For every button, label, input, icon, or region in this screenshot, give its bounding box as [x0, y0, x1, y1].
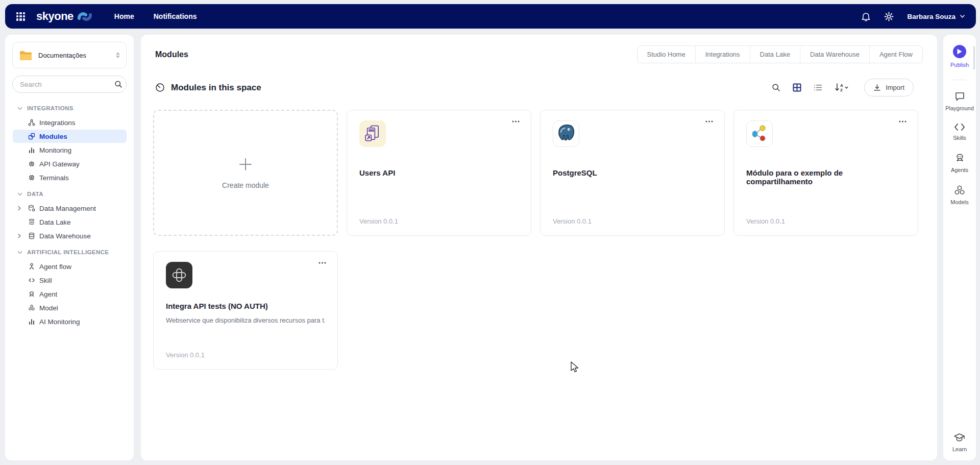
integrations-icon [28, 119, 36, 126]
space-dial-icon [155, 83, 165, 92]
svg-text:Z: Z [840, 88, 843, 92]
search-icon[interactable] [114, 80, 122, 88]
rail-item-agents[interactable]: Agents [951, 153, 968, 173]
rail-item-playground[interactable]: Playground [945, 91, 974, 111]
module-version: Version 0.0.1 [359, 217, 519, 225]
selector-arrows-icon [116, 52, 120, 58]
playground-chat-icon [954, 91, 965, 102]
rail-item-models[interactable]: Models [950, 185, 968, 205]
chevron-right-icon [17, 233, 24, 238]
module-description: Webservice que disponibiliza diversos re… [166, 316, 325, 324]
tab-agent-flow[interactable]: Agent Flow [869, 46, 922, 63]
agent-flow-icon [28, 263, 36, 270]
sidebar-item-data-lake[interactable]: Data Lake [13, 215, 127, 229]
left-sidebar: Documentações INTEGRATIONS Integrations [5, 35, 134, 460]
nav-link-notifications[interactable]: Notifications [154, 12, 197, 20]
users-api-module-icon [359, 120, 386, 147]
top-nav-links: Home Notifications [114, 12, 197, 20]
data-management-icon [28, 205, 36, 212]
nav-link-home[interactable]: Home [114, 12, 134, 20]
user-menu[interactable]: Barbara Souza [907, 13, 965, 20]
sidebar-item-monitoring[interactable]: Monitoring [13, 143, 127, 157]
workspace-name: Documentações [38, 52, 110, 59]
modules-icon [28, 133, 36, 140]
main-content: Modules Studio Home Integrations Data La… [141, 35, 937, 460]
section-header-data[interactable]: DATA [5, 187, 134, 201]
workspace-selector[interactable]: Documentações [12, 42, 127, 68]
sidebar-item-model[interactable]: Model [13, 301, 127, 314]
module-title: PostgreSQL [553, 168, 712, 177]
module-card-grid: Create module Users API Version 0.0.1 [141, 96, 937, 370]
sidebar-item-ai-monitoring[interactable]: AI Monitoring [13, 315, 127, 328]
more-menu-icon[interactable] [316, 260, 328, 266]
download-icon [873, 84, 881, 91]
module-card-postgresql[interactable]: PostgreSQL Version 0.0.1 [540, 110, 725, 236]
sidebar-item-api-gateway[interactable]: API Gateway [13, 157, 127, 170]
chevron-down-icon [17, 107, 22, 110]
section-header-integrations[interactable]: INTEGRATIONS [5, 101, 134, 115]
tab-studio-home[interactable]: Studio Home [638, 46, 695, 63]
sidebar-item-integrations[interactable]: Integrations [13, 116, 127, 129]
module-version: Version 0.0.1 [746, 217, 905, 225]
sidebar-item-terminals[interactable]: Terminals [13, 171, 127, 184]
more-menu-icon[interactable] [703, 118, 715, 125]
create-module-label: Create module [222, 181, 269, 189]
import-button[interactable]: Import [864, 79, 914, 96]
grid-view-icon[interactable] [793, 83, 801, 92]
app-launcher-icon[interactable] [16, 12, 25, 21]
brand-name: skyone [36, 10, 74, 23]
section-header-artificial-intelligence[interactable]: ARTIFICIAL INTELLIGENCE [5, 245, 134, 259]
top-navbar: skyone Home Notifications [5, 4, 976, 29]
tab-data-lake[interactable]: Data Lake [750, 46, 800, 63]
module-card-integra-api-tests[interactable]: Integra API tests (NO AUTH) Webservice q… [153, 251, 338, 370]
skills-code-icon [954, 123, 965, 131]
search-modules-icon[interactable] [772, 83, 780, 92]
tab-integrations[interactable]: Integrations [695, 46, 750, 63]
context-tabs: Studio Home Integrations Data Lake Data … [637, 45, 923, 63]
module-card-modulo-compartilhamento[interactable]: Módulo para o exemplo de compartilhament… [733, 110, 918, 236]
skill-code-icon [28, 277, 36, 284]
more-menu-icon[interactable] [897, 118, 909, 125]
right-rail: Publish Playground Skills Agents [943, 35, 976, 460]
sidebar-item-agent[interactable]: Agent [13, 287, 127, 301]
sidebar-item-agent-flow[interactable]: Agent flow [13, 260, 127, 273]
module-title: Integra API tests (NO AUTH) [166, 302, 325, 310]
module-title: Users API [359, 168, 519, 177]
more-menu-icon[interactable] [510, 118, 522, 125]
notification-bell-icon[interactable] [861, 12, 871, 21]
chevron-right-icon [17, 206, 24, 211]
sidebar-item-modules[interactable]: Modules [13, 130, 127, 143]
api-gateway-icon [28, 160, 36, 167]
sidebar-item-data-management[interactable]: Data Management [13, 202, 127, 215]
terminals-icon [28, 174, 36, 181]
models-hexagons-icon [954, 185, 965, 195]
rail-scrollbar[interactable] [973, 46, 975, 69]
sidebar-item-skill[interactable]: Skill [13, 274, 127, 287]
page-title: Modules [155, 50, 188, 59]
brand-logo[interactable]: skyone [36, 10, 93, 23]
create-module-card[interactable]: Create module [153, 110, 338, 236]
search-input[interactable] [20, 81, 110, 88]
rail-item-publish[interactable]: Publish [950, 45, 969, 68]
module-version: Version 0.0.1 [553, 217, 712, 225]
brand-swirl-icon [77, 11, 93, 22]
agents-robot-icon [954, 153, 965, 163]
chevron-down-icon [17, 192, 22, 196]
user-name: Barbara Souza [907, 13, 955, 20]
svg-text:A: A [840, 83, 843, 88]
rail-item-learn[interactable]: Learn [952, 432, 967, 452]
settings-gear-icon[interactable] [884, 12, 894, 21]
chevron-down-icon [17, 251, 22, 254]
sidebar-search [12, 76, 127, 93]
sort-az-icon[interactable]: A Z [835, 83, 849, 92]
sidebar-item-data-warehouse[interactable]: Data Warehouse [13, 229, 127, 242]
list-view-icon[interactable] [814, 84, 822, 91]
sidebar-nav: INTEGRATIONS Integrations Modules [5, 101, 134, 328]
agent-robot-icon [28, 290, 36, 298]
publish-play-icon [953, 45, 966, 58]
rail-item-skills[interactable]: Skills [953, 123, 966, 141]
tab-data-warehouse[interactable]: Data Warehouse [800, 46, 869, 63]
module-card-users-api[interactable]: Users API Version 0.0.1 [347, 110, 531, 236]
folder-icon [19, 50, 33, 61]
learn-graduation-cap-icon [953, 432, 965, 443]
